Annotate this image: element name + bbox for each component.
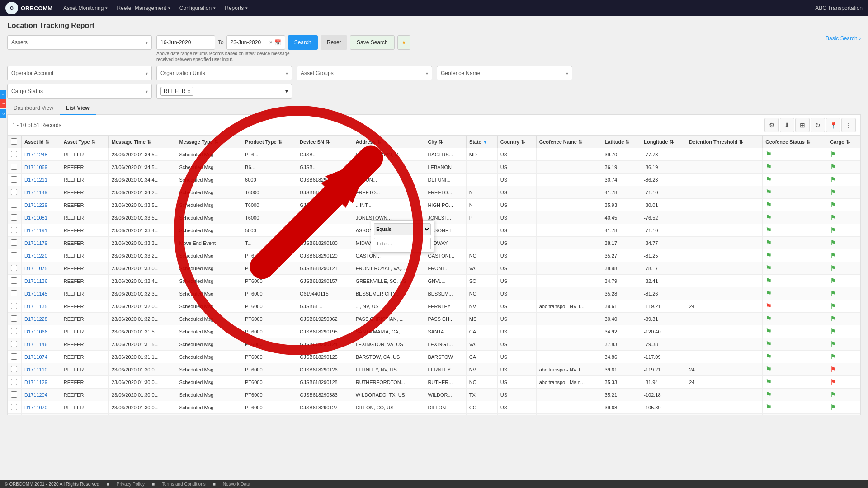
columns-button[interactable]: ⊞ [795,118,810,132]
org-units-filter[interactable]: Organization Units ▾ [156,66,292,80]
row-checkbox-cell[interactable] [8,275,22,287]
row-checkbox-cell[interactable] [8,237,22,249]
side-tab-2[interactable]: ! [0,99,6,108]
row-geo-status: ⚑ [763,414,827,416]
row-checkbox-cell[interactable] [8,389,22,401]
filter-type-select[interactable]: Equals [374,223,431,235]
row-checkbox[interactable] [11,404,17,410]
row-checkbox[interactable] [11,391,17,398]
row-checkbox[interactable] [11,328,17,334]
row-checkbox[interactable] [11,252,17,258]
row-checkbox-cell[interactable] [8,174,22,186]
row-checkbox-cell[interactable] [8,313,22,325]
col-geofence-name[interactable]: Geofence Name ⇅ [536,136,602,148]
state-filter-icon[interactable]: ▼ [483,139,488,145]
settings-button[interactable]: ⚙ [764,118,779,132]
row-checkbox-cell[interactable] [8,300,22,313]
row-checkbox-cell[interactable] [8,325,22,338]
refresh-button[interactable]: ↻ [811,118,825,132]
row-checkbox[interactable] [11,227,17,233]
reset-button[interactable]: Reset [321,35,347,50]
date-to-input[interactable]: 23-Jun-2020 × 📅 [226,35,285,50]
col-address[interactable]: Address ⇅ [353,136,425,148]
row-checkbox[interactable] [11,176,17,183]
nav-asset-monitoring[interactable]: Asset Monitoring ▾ [63,5,108,11]
col-message-time[interactable]: Message Time ⇅ [108,136,176,148]
select-all-col[interactable] [8,136,22,148]
assets-filter[interactable]: Assets ▾ [7,35,152,50]
col-device-sn[interactable]: Device SN ⇅ [297,136,353,148]
row-checkbox-cell[interactable] [8,414,22,416]
tab-dashboard[interactable]: Dashboard View [7,102,60,115]
reefer-tag-input[interactable]: REEFER × ▾ [156,84,292,99]
row-checkbox[interactable] [11,164,17,170]
row-checkbox-cell[interactable] [8,148,22,161]
map-button[interactable]: 📍 [826,118,840,132]
col-asset-id[interactable]: Asset Id ⇅ [22,136,61,148]
col-message-type[interactable]: Message Type ⇅ [176,136,242,148]
row-checkbox-cell[interactable] [8,338,22,351]
row-checkbox[interactable] [11,353,17,360]
filter-input[interactable] [374,238,431,249]
col-asset-type[interactable]: Asset Type ⇅ [61,136,108,148]
save-search-button[interactable]: Save Search [350,35,395,50]
col-country[interactable]: Country ⇅ [497,136,536,148]
operator-account-filter[interactable]: Operator Account ▾ [7,66,152,80]
row-checkbox-cell[interactable] [8,401,22,414]
row-checkbox-cell[interactable] [8,363,22,376]
download-button[interactable]: ⬇ [780,118,794,132]
row-checkbox[interactable] [11,265,17,271]
clear-date-icon[interactable]: × [269,39,273,46]
row-checkbox[interactable] [11,366,17,372]
nav-reefer-management[interactable]: Reefer Management ▾ [117,5,170,11]
col-city[interactable]: City ⇅ [425,136,466,148]
row-checkbox-cell[interactable] [8,262,22,275]
col-geofence-status[interactable]: Geofence Status ⇅ [763,136,827,148]
nav-reports[interactable]: Reports ▾ [225,5,248,11]
geofence-name-filter[interactable]: Geofence Name ▾ [437,66,572,80]
star-button[interactable]: ★ [397,35,410,50]
asset-groups-filter[interactable]: Asset Groups ▾ [297,66,432,80]
search-button[interactable]: Search [288,35,318,50]
row-checkbox-cell[interactable] [8,287,22,300]
row-checkbox[interactable] [11,290,17,296]
col-detention-threshold[interactable]: Detention Threshold ⇅ [686,136,763,148]
basic-search-link[interactable]: Basic Search › [826,35,861,42]
row-checkbox[interactable] [11,151,17,157]
row-checkbox-cell[interactable] [8,376,22,389]
row-checkbox[interactable] [11,341,17,347]
row-message-type: Scheduled Msg [176,401,242,414]
row-checkbox-cell[interactable] [8,161,22,174]
date-from-input[interactable]: 16-Jun-2020 [156,35,215,50]
more-button[interactable]: ⋮ [841,118,856,132]
row-checkbox-cell[interactable] [8,249,22,262]
col-product-type[interactable]: Product Type ⇅ [242,136,297,148]
col-cargo[interactable]: Cargo ⇅ [827,136,860,148]
row-checkbox[interactable] [11,379,17,385]
tab-list[interactable]: List View [60,102,96,115]
row-checkbox[interactable] [11,214,17,221]
row-asset-type: REEFER [61,161,108,174]
calendar-icon[interactable]: 📅 [274,39,281,46]
row-checkbox-cell[interactable] [8,186,22,199]
row-checkbox-cell[interactable] [8,351,22,363]
row-checkbox[interactable] [11,202,17,208]
row-checkbox[interactable] [11,315,17,322]
nav-configuration[interactable]: Configuration ▾ [179,5,216,11]
col-state[interactable]: State ▼ [466,136,497,148]
row-checkbox[interactable] [11,239,17,246]
row-product-type: PT6000 [242,363,297,376]
row-checkbox[interactable] [11,189,17,195]
row-checkbox[interactable] [11,277,17,284]
side-tab-3[interactable]: ? [0,109,6,118]
side-tab-1[interactable]: i [0,90,6,99]
row-checkbox-cell[interactable] [8,199,22,211]
col-longitude[interactable]: Longitude ⇅ [641,136,686,148]
row-checkbox-cell[interactable] [8,211,22,224]
col-latitude[interactable]: Latitude ⇅ [602,136,641,148]
close-tag-icon[interactable]: × [188,89,190,94]
select-all-checkbox[interactable] [11,138,17,145]
row-checkbox[interactable] [11,303,17,309]
row-checkbox-cell[interactable] [8,224,22,237]
cargo-status-filter[interactable]: Cargo Status ▾ [7,84,152,99]
